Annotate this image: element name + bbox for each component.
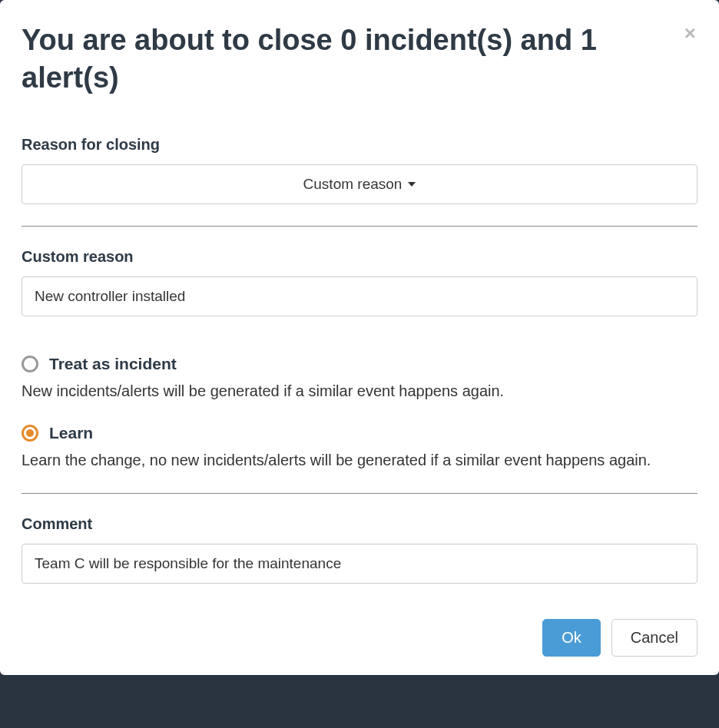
close-incident-modal: × You are about to close 0 incident(s) a… [0, 0, 719, 675]
ok-button[interactable]: Ok [542, 619, 601, 657]
radio-option-treat-as-incident: Treat as incident New incidents/alerts w… [22, 355, 697, 402]
close-icon[interactable]: × [684, 23, 696, 43]
radio-option-learn: Learn Learn the change, no new incidents… [22, 424, 697, 472]
radio-header: Learn [22, 424, 697, 442]
divider [22, 493, 697, 494]
radio-desc-treat-as-incident: New incidents/alerts will be generated i… [22, 379, 697, 402]
radio-group: Treat as incident New incidents/alerts w… [22, 355, 697, 472]
radio-label-learn: Learn [49, 424, 93, 442]
custom-reason-label: Custom reason [22, 248, 697, 266]
radio-header: Treat as incident [22, 355, 697, 373]
radio-learn[interactable] [22, 425, 38, 442]
reason-selected-value: Custom reason [303, 176, 403, 193]
comment-input[interactable] [22, 544, 697, 584]
divider [22, 226, 697, 227]
radio-label-treat-as-incident: Treat as incident [49, 355, 177, 373]
modal-footer: Ok Cancel [22, 619, 697, 657]
reason-for-closing-label: Reason for closing [22, 136, 697, 154]
comment-label: Comment [22, 515, 697, 533]
radio-desc-learn: Learn the change, no new incidents/alert… [22, 448, 697, 472]
modal-title: You are about to close 0 incident(s) and… [22, 22, 697, 98]
custom-reason-input[interactable] [22, 276, 697, 316]
reason-dropdown[interactable]: Custom reason [22, 164, 697, 204]
caret-down-icon [408, 182, 416, 187]
radio-treat-as-incident[interactable] [22, 356, 38, 372]
cancel-button[interactable]: Cancel [611, 619, 697, 657]
